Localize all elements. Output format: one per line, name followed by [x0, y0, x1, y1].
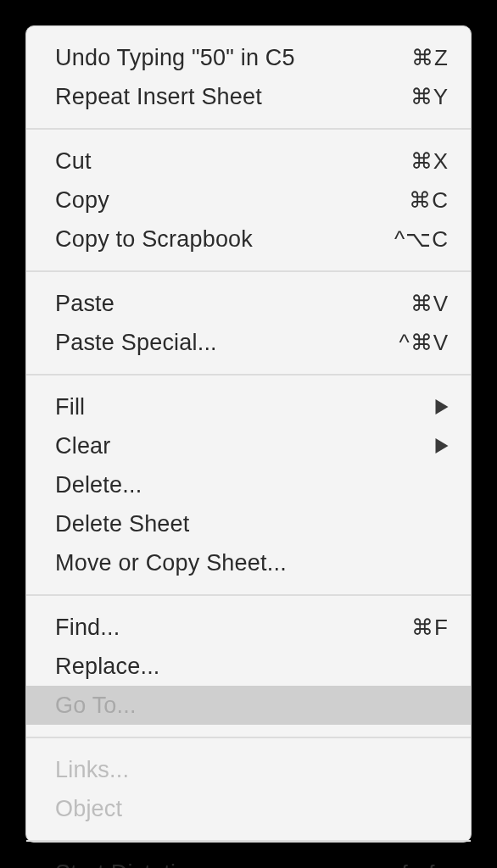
menu-item-delete[interactable]: Delete... — [26, 465, 471, 504]
menu-item-delete-sheet[interactable]: Delete Sheet — [26, 504, 471, 543]
menu-item-copy-to-scrapbook[interactable]: Copy to Scrapbook ^⌥C — [26, 220, 471, 259]
menu-separator — [26, 840, 471, 842]
menu-item-copy[interactable]: Copy ⌘C — [26, 181, 471, 220]
menu-item-replace[interactable]: Replace... — [26, 647, 471, 686]
menu-item-label: Delete Sheet — [55, 511, 449, 537]
menu-item-label: Copy to Scrapbook — [55, 226, 384, 253]
menu-item-paste[interactable]: Paste ⌘V — [26, 284, 471, 323]
menu-item-shortcut: fn fn — [401, 860, 449, 869]
menu-item-label: Undo Typing "50" in C5 — [55, 45, 401, 71]
submenu-arrow-icon — [435, 438, 449, 453]
menu-item-label: Copy — [55, 187, 399, 214]
menu-separator — [26, 128, 471, 130]
menu-item-label: Cut — [55, 148, 400, 175]
menu-item-label: Fill — [55, 394, 425, 420]
menu-item-shortcut: ⌘Z — [411, 45, 449, 71]
menu-item-cut[interactable]: Cut ⌘X — [26, 142, 471, 181]
menu-item-label: Paste — [55, 291, 400, 317]
menu-item-clear[interactable]: Clear — [26, 426, 471, 465]
menu-item-label: Object — [55, 796, 449, 822]
menu-item-shortcut: ⌘C — [409, 187, 449, 214]
menu-window-frame: Undo Typing "50" in C5 ⌘Z Repeat Insert … — [22, 22, 475, 846]
menu-item-label: Replace... — [55, 654, 449, 680]
menu-item-shortcut: ^⌘V — [399, 330, 449, 356]
menu-item-label: Find... — [55, 615, 401, 641]
menu-separator — [26, 594, 471, 596]
menu-item-shortcut: ⌘Y — [410, 84, 449, 110]
menu-item-shortcut: ⌘F — [411, 615, 449, 641]
menu-item-links: Links... — [26, 750, 471, 789]
menu-separator — [26, 737, 471, 738]
menu-item-label: Repeat Insert Sheet — [55, 84, 400, 110]
menu-item-label: Clear — [55, 433, 425, 459]
menu-item-start-dictation[interactable]: Start Dictation... fn fn — [26, 854, 471, 868]
menu-item-undo[interactable]: Undo Typing "50" in C5 ⌘Z — [26, 38, 471, 77]
menu-item-object: Object — [26, 789, 471, 828]
menu-item-shortcut: ⌘X — [410, 148, 449, 175]
menu-item-find[interactable]: Find... ⌘F — [26, 608, 471, 647]
menu-item-move-or-copy-sheet[interactable]: Move or Copy Sheet... — [26, 543, 471, 582]
menu-item-label: Delete... — [55, 472, 449, 498]
menu-item-label: Links... — [55, 757, 449, 783]
submenu-arrow-icon — [435, 399, 449, 415]
menu-item-label: Go To... — [55, 693, 449, 719]
menu-item-go-to[interactable]: Go To... — [26, 686, 471, 725]
menu-separator — [26, 270, 471, 272]
menu-item-fill[interactable]: Fill — [26, 387, 471, 426]
menu-item-label: Paste Special... — [55, 330, 388, 356]
menu-item-shortcut: ^⌥C — [394, 226, 449, 253]
menu-item-label: Move or Copy Sheet... — [55, 550, 449, 576]
menu-item-repeat[interactable]: Repeat Insert Sheet ⌘Y — [26, 77, 471, 116]
menu-separator — [26, 374, 471, 376]
edit-menu: Undo Typing "50" in C5 ⌘Z Repeat Insert … — [25, 25, 472, 843]
menu-item-paste-special[interactable]: Paste Special... ^⌘V — [26, 323, 471, 362]
menu-item-label: Start Dictation... — [55, 860, 391, 869]
menu-item-shortcut: ⌘V — [410, 291, 449, 317]
